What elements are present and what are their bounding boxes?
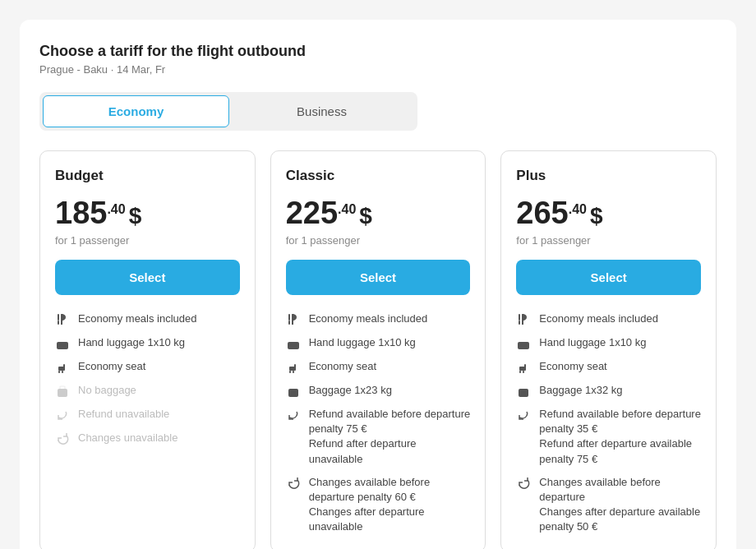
- card-plus: Plus 265.40$ for 1 passenger Select Econ…: [500, 150, 717, 549]
- select-button-budget[interactable]: Select: [55, 260, 240, 295]
- svg-rect-16: [289, 371, 291, 373]
- feature-item-plus-1: Hand luggage 1x10 kg: [516, 335, 701, 351]
- feature-text-classic-1: Hand luggage 1x10 kg: [309, 335, 471, 350]
- feature-item-plus-3: Baggage 1x32 kg: [516, 383, 701, 399]
- feature-icon-plus-1: [516, 336, 531, 351]
- feature-icon-classic-4: [286, 408, 301, 422]
- svg-rect-19: [293, 392, 294, 394]
- price-decimal-plus: .40: [569, 202, 587, 217]
- feature-item-plus-0: Economy meals included: [516, 311, 701, 327]
- feature-item-budget-4: Refund unavailable: [55, 407, 240, 422]
- feature-text-budget-5: Changes unavailable: [78, 431, 240, 445]
- select-button-plus[interactable]: Select: [516, 260, 701, 295]
- feature-icon-budget-0: [55, 312, 70, 327]
- feature-icon-budget-5: [55, 431, 70, 446]
- price-row-classic: 225.40$: [286, 196, 471, 231]
- feature-item-budget-2: Economy seat: [55, 359, 240, 375]
- feature-text-budget-4: Refund unavailable: [78, 407, 240, 422]
- price-main-plus: 265: [516, 196, 568, 231]
- price-main-classic: 225: [286, 196, 338, 231]
- cards-row: Budget 185.40$ for 1 passenger Select Ec…: [39, 150, 717, 549]
- feature-text-budget-0: Economy meals included: [78, 311, 240, 326]
- svg-rect-3: [57, 342, 68, 349]
- feature-item-budget-5: Changes unavailable: [55, 431, 240, 446]
- price-per-plus: for 1 passenger: [516, 234, 701, 247]
- price-per-budget: for 1 passenger: [55, 234, 240, 247]
- feature-item-classic-2: Economy seat: [286, 359, 471, 375]
- price-decimal-classic: .40: [338, 202, 356, 217]
- feature-icon-classic-1: [286, 336, 301, 351]
- feature-text-plus-2: Economy seat: [539, 359, 701, 374]
- feature-item-budget-1: Hand luggage 1x10 kg: [55, 335, 240, 351]
- svg-rect-27: [523, 371, 524, 373]
- svg-rect-22: [519, 321, 520, 325]
- svg-rect-10: [288, 314, 290, 321]
- page-subtitle: Prague - Baku · 14 Mar, Fr: [39, 63, 717, 76]
- tab-business[interactable]: Business: [229, 95, 414, 127]
- feature-item-classic-3: Baggage 1x23 kg: [286, 383, 471, 399]
- price-per-classic: for 1 passenger: [286, 234, 471, 247]
- price-currency-budget: $: [129, 203, 142, 229]
- feature-text-classic-5: Changes available before departure penal…: [309, 475, 471, 535]
- feature-icon-plus-4: [516, 408, 531, 422]
- feature-icon-plus-3: [516, 384, 531, 399]
- select-button-classic[interactable]: Select: [286, 260, 471, 295]
- feature-icon-plus-5: [516, 476, 531, 491]
- svg-rect-25: [524, 364, 526, 371]
- card-budget: Budget 185.40$ for 1 passenger Select Ec…: [39, 150, 256, 549]
- price-decimal-budget: .40: [107, 202, 125, 217]
- feature-item-budget-3: No baggage: [55, 383, 240, 399]
- tab-bar: Economy Business: [39, 92, 417, 131]
- svg-rect-20: [519, 314, 520, 321]
- svg-rect-2: [58, 321, 59, 325]
- feature-icon-classic-0: [286, 312, 301, 327]
- svg-rect-0: [58, 314, 59, 321]
- feature-item-plus-4: Refund available before departure penalt…: [516, 407, 701, 467]
- feature-text-plus-5: Changes available before departureChange…: [539, 475, 701, 535]
- svg-rect-9: [62, 392, 63, 394]
- svg-rect-24: [519, 367, 525, 371]
- feature-text-plus-0: Economy meals included: [539, 311, 701, 326]
- feature-item-classic-0: Economy meals included: [286, 311, 471, 327]
- feature-item-classic-1: Hand luggage 1x10 kg: [286, 335, 471, 351]
- card-title-plus: Plus: [516, 168, 701, 184]
- svg-rect-15: [294, 364, 296, 371]
- card-title-budget: Budget: [55, 168, 240, 184]
- feature-icon-budget-4: [55, 408, 70, 422]
- svg-rect-29: [523, 392, 524, 394]
- svg-rect-5: [63, 364, 65, 371]
- price-row-budget: 185.40$: [55, 196, 240, 231]
- feature-icon-classic-5: [286, 476, 301, 491]
- price-main-budget: 185: [55, 196, 107, 231]
- svg-rect-26: [519, 371, 521, 373]
- page-title: Choose a tariff for the flight outbound: [39, 43, 717, 60]
- card-classic: Classic 225.40$ for 1 passenger Select E…: [270, 150, 486, 549]
- svg-rect-14: [289, 367, 295, 371]
- features-plus: Economy meals included Hand luggage 1x10…: [516, 311, 701, 535]
- feature-text-classic-4: Refund available before departure penalt…: [309, 407, 471, 467]
- feature-icon-classic-2: [286, 360, 301, 375]
- feature-icon-classic-3: [286, 384, 301, 399]
- svg-rect-12: [288, 321, 290, 325]
- page-container: Choose a tariff for the flight outbound …: [20, 20, 736, 549]
- feature-text-plus-4: Refund available before departure penalt…: [539, 407, 701, 467]
- feature-item-plus-5: Changes available before departureChange…: [516, 475, 701, 535]
- feature-item-classic-5: Changes available before departure penal…: [286, 475, 471, 535]
- features-classic: Economy meals included Hand luggage 1x10…: [286, 311, 471, 535]
- svg-rect-7: [62, 371, 63, 373]
- svg-rect-4: [58, 367, 64, 371]
- feature-text-classic-2: Economy seat: [309, 359, 471, 374]
- feature-icon-budget-3: [55, 384, 70, 399]
- svg-rect-17: [293, 371, 294, 373]
- svg-rect-13: [288, 342, 299, 349]
- feature-item-plus-2: Economy seat: [516, 359, 701, 375]
- feature-text-plus-3: Baggage 1x32 kg: [539, 383, 701, 398]
- feature-text-budget-3: No baggage: [78, 383, 240, 398]
- tab-economy[interactable]: Economy: [43, 95, 229, 127]
- feature-icon-budget-1: [55, 336, 70, 351]
- svg-rect-6: [58, 371, 60, 373]
- svg-rect-23: [518, 342, 529, 349]
- feature-text-budget-2: Economy seat: [78, 359, 240, 374]
- feature-icon-plus-0: [516, 312, 531, 327]
- price-row-plus: 265.40$: [516, 196, 701, 231]
